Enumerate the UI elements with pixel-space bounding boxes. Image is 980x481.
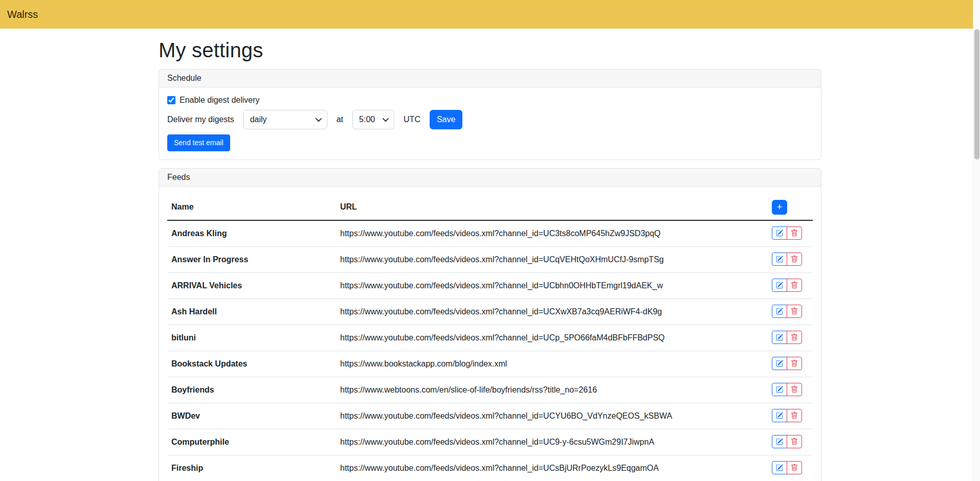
delete-feed-button[interactable] [787,253,802,266]
pencil-square-icon [776,334,783,341]
edit-feed-button[interactable] [772,253,787,266]
feed-actions [772,461,802,474]
table-row: Bookstack Updates https://www.bookstacka… [167,351,813,377]
enable-digest-label[interactable]: Enable digest delivery [180,96,260,105]
trash-icon [791,308,798,315]
feed-url: https://www.youtube.com/feeds/videos.xml… [336,325,736,351]
feed-actions [772,331,802,344]
feed-name: Answer In Progress [167,246,336,272]
feed-url: https://www.youtube.com/feeds/videos.xml… [336,220,736,247]
enable-digest-checkbox[interactable] [167,96,175,104]
pencil-square-icon [776,308,783,315]
page-title: My settings [159,39,821,62]
feed-url: https://www.youtube.com/feeds/videos.xml… [336,272,736,299]
edit-feed-button[interactable] [772,331,787,344]
edit-feed-button[interactable] [772,305,787,318]
feeds-table-body: Andreas Kling https://www.youtube.com/fe… [167,220,813,481]
feeds-card-body: Name URL + Andreas Kling https://www.you… [159,187,821,481]
edit-feed-button[interactable] [772,357,787,370]
feed-name: Ash Hardell [167,299,336,325]
feed-name: Bookstack Updates [167,351,336,377]
column-header-name: Name [167,195,336,220]
edit-feed-button[interactable] [772,226,787,240]
frequency-select-value: daily [250,115,267,124]
add-feed-button[interactable]: + [772,200,787,215]
table-row: ARRIVAL Vehicles https://www.youtube.com… [167,272,813,299]
deliver-label: Deliver my digests [167,115,234,124]
trash-icon [791,360,798,367]
chevron-down-icon [315,116,322,122]
feed-name: Andreas Kling [167,220,336,247]
trash-icon [791,334,798,341]
brand-link[interactable]: Walrss [7,9,38,20]
pencil-square-icon [776,256,783,263]
frequency-select[interactable]: daily [243,110,327,129]
scrollbar-track[interactable] [973,0,980,481]
save-button[interactable]: Save [430,110,462,129]
delete-feed-button[interactable] [787,226,802,240]
pencil-square-icon [776,386,783,393]
column-header-actions: + [736,195,813,220]
feed-actions [772,253,802,266]
pencil-square-icon [776,464,783,471]
feed-url: https://www.youtube.com/feeds/videos.xml… [336,403,736,429]
table-row: Andreas Kling https://www.youtube.com/fe… [167,220,813,247]
delete-feed-button[interactable] [787,331,802,344]
pencil-square-icon [776,230,783,237]
feed-url: https://www.youtube.com/feeds/videos.xml… [336,299,736,325]
delete-feed-button[interactable] [787,461,802,474]
send-test-email-button[interactable]: Send test email [167,134,230,151]
feeds-card: Feeds Name URL + Andreas Kling https://w… [159,168,821,481]
feed-actions [772,409,802,422]
at-label: at [337,115,343,124]
feeds-table-header-row: Name URL + [167,195,813,220]
trash-icon [791,412,798,419]
edit-feed-button[interactable] [772,435,787,448]
delivery-schedule-row: Deliver my digests daily at 5:00 UTC Sav… [167,110,813,129]
scrollbar-thumb[interactable] [974,29,979,159]
navbar: Walrss [0,0,980,29]
trash-icon [791,464,798,471]
pencil-square-icon [776,412,783,419]
table-row: Computerphile https://www.youtube.com/fe… [167,429,813,455]
pencil-square-icon [776,360,783,367]
feed-url: https://www.youtube.com/feeds/videos.xml… [336,455,736,481]
feed-actions [772,279,802,292]
feed-actions [772,435,802,448]
table-row: Answer In Progress https://www.youtube.c… [167,246,813,272]
column-header-url: URL [336,195,736,220]
delete-feed-button[interactable] [787,305,802,318]
feed-name: Boyfriends [167,377,336,403]
edit-feed-button[interactable] [772,383,787,396]
chevron-down-icon [383,116,389,122]
table-row: Boyfriends https://www.webtoons.com/en/s… [167,377,813,403]
trash-icon [791,438,798,445]
table-row: BWDev https://www.youtube.com/feeds/vide… [167,403,813,429]
timezone-label: UTC [404,115,420,124]
table-row: Fireship https://www.youtube.com/feeds/v… [167,455,813,481]
feeds-card-header: Feeds [159,169,821,187]
delete-feed-button[interactable] [787,279,802,292]
time-select[interactable]: 5:00 [352,110,394,129]
delete-feed-button[interactable] [787,383,802,396]
trash-icon [791,282,798,289]
delete-feed-button[interactable] [787,357,802,370]
feed-url: https://www.bookstackapp.com/blog/index.… [336,351,736,377]
edit-feed-button[interactable] [772,409,787,422]
feeds-table: Name URL + Andreas Kling https://www.you… [167,195,813,481]
feed-url: https://www.youtube.com/feeds/videos.xml… [336,429,736,455]
feed-name: ARRIVAL Vehicles [167,272,336,299]
table-row: bitluni https://www.youtube.com/feeds/vi… [167,325,813,351]
feed-name: BWDev [167,403,336,429]
feed-name: bitluni [167,325,336,351]
delete-feed-button[interactable] [787,435,802,448]
pencil-square-icon [776,438,783,445]
feed-actions [772,226,802,240]
feed-name: Computerphile [167,429,336,455]
enable-digest-row: Enable digest delivery [167,96,813,105]
trash-icon [791,230,798,237]
delete-feed-button[interactable] [787,409,802,422]
trash-icon [791,256,798,263]
edit-feed-button[interactable] [772,279,787,292]
edit-feed-button[interactable] [772,461,787,474]
